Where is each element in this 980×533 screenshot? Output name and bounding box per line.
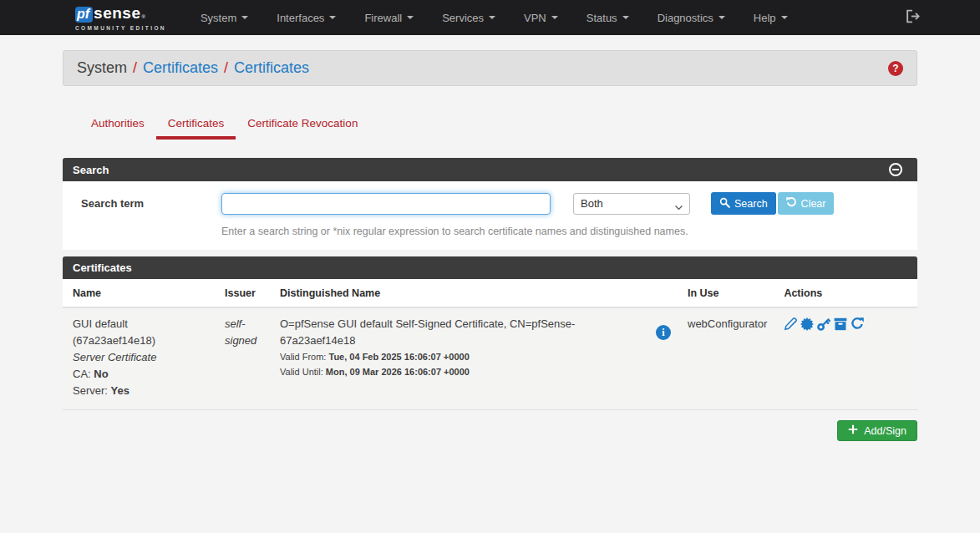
caret-down-icon <box>407 16 414 19</box>
cert-name: GUI default (67a23aef14e18) <box>73 316 208 349</box>
menu-item-status[interactable]: Status <box>572 0 643 35</box>
logo-wordmark: sense <box>94 5 140 21</box>
search-scope-select[interactable]: Both <box>573 193 690 215</box>
column-header-distinguished-name: Distinguished Name <box>272 279 679 307</box>
column-header-in-use: In Use <box>679 279 775 307</box>
certificates-panel-header: Certificates <box>63 256 917 279</box>
breadcrumb-link-certificates-page[interactable]: Certificates <box>234 59 309 77</box>
certificates-panel: Certificates Name Issuer Distinguished N… <box>63 256 917 410</box>
logo-pf-badge: pf <box>75 7 93 23</box>
caret-down-icon <box>329 16 336 19</box>
caret-down-icon <box>551 16 558 19</box>
column-header-actions: Actions <box>775 279 917 307</box>
breadcrumb: System / Certificates / Certificates ? <box>63 50 917 86</box>
cert-dn-text: O=pfSense GUI default Self-Signed Certif… <box>280 316 644 349</box>
breadcrumb-separator: / <box>224 59 228 77</box>
export-pkcs12-button archive-icon[interactable] <box>834 317 847 331</box>
help-icon[interactable]: ? <box>888 61 903 76</box>
cert-name-cell: GUI default (67a23aef14e18) Server Certi… <box>63 307 216 410</box>
caret-down-icon <box>241 16 248 19</box>
ca-label: CA: <box>73 368 91 380</box>
breadcrumb-link-certificates[interactable]: Certificates <box>143 59 218 77</box>
column-header-name: Name <box>63 279 216 307</box>
search-panel-title: Search <box>73 164 109 176</box>
ca-value: No <box>94 368 108 380</box>
menu-item-help[interactable]: Help <box>739 0 802 35</box>
menu-item-firewall[interactable]: Firewall <box>350 0 428 35</box>
search-panel: Search Search term Both <box>63 158 917 250</box>
logout-button[interactable] <box>906 9 920 27</box>
search-input[interactable] <box>221 193 551 215</box>
caret-down-icon <box>718 16 725 19</box>
add-sign-button[interactable]: Add/Sign <box>837 420 917 441</box>
server-value: Yes <box>111 384 129 397</box>
tab-bar: Authorities Certificates Certificate Rev… <box>63 110 917 140</box>
top-navbar: pfsense® COMMUNITY EDITION System Interf… <box>0 0 980 35</box>
search-button[interactable]: Search <box>711 192 776 215</box>
cert-dn-cell: O=pfSense GUI default Self-Signed Certif… <box>272 307 679 410</box>
pfsense-logo[interactable]: pfsense® COMMUNITY EDITION <box>75 5 166 31</box>
certificates-panel-title: Certificates <box>73 261 132 274</box>
caret-down-icon <box>489 16 495 19</box>
certificates-table: Name Issuer Distinguished Name In Use Ac… <box>63 279 917 410</box>
cert-issuer-cell: self-signed <box>216 307 272 410</box>
caret-down-icon <box>622 16 629 19</box>
logo-edition-label: COMMUNITY EDITION <box>75 25 166 31</box>
sign-out-icon <box>906 9 920 27</box>
tab-certificate-revocation[interactable]: Certificate Revocation <box>236 110 369 140</box>
valid-until-label: Valid Until: <box>280 367 323 377</box>
menu-item-diagnostics[interactable]: Diagnostics <box>643 0 739 35</box>
valid-from-value: Tue, 04 Feb 2025 16:06:07 +0000 <box>328 352 469 362</box>
menu-item-services[interactable]: Services <box>428 0 510 35</box>
info-icon[interactable]: i <box>656 325 671 340</box>
search-icon <box>719 197 730 211</box>
valid-until-value: Mon, 09 Mar 2026 16:06:07 +0000 <box>326 367 470 377</box>
search-hint-text: Enter a search string or *nix regular ex… <box>221 226 917 237</box>
menu-item-system[interactable]: System <box>186 0 262 35</box>
renew-certificate-button repeat-icon[interactable] <box>851 317 864 331</box>
menu-item-interfaces[interactable]: Interfaces <box>262 0 350 35</box>
undo-icon <box>786 197 797 211</box>
edit-certificate-button pencil-icon[interactable] <box>784 317 797 331</box>
menu-item-vpn[interactable]: VPN <box>510 0 572 35</box>
clear-button[interactable]: Clear <box>778 192 835 215</box>
tab-authorities[interactable]: Authorities <box>79 110 156 140</box>
server-label: Server: <box>73 384 108 397</box>
valid-from-label: Valid From: <box>280 352 326 362</box>
table-row: GUI default (67a23aef14e18) Server Certi… <box>63 307 917 410</box>
collapse-panel-icon[interactable] <box>889 163 902 176</box>
cert-type: Server Certificate <box>73 349 208 366</box>
search-panel-header: Search <box>63 158 917 181</box>
tab-certificates[interactable]: Certificates <box>156 110 236 140</box>
registered-mark: ® <box>141 14 145 19</box>
caret-down-icon <box>781 16 788 19</box>
search-term-label: Search term <box>63 197 221 210</box>
search-scope-select-wrap: Both <box>573 193 690 215</box>
breadcrumb-section: System <box>77 59 127 77</box>
breadcrumb-separator: / <box>133 59 137 77</box>
export-key-button key-icon[interactable] <box>817 317 830 331</box>
column-header-issuer: Issuer <box>216 279 272 307</box>
export-certificate-button certificate-icon[interactable] <box>800 317 814 331</box>
cert-actions-cell <box>775 307 917 410</box>
cert-in-use-cell: webConfigurator <box>679 307 775 410</box>
main-menu: System Interfaces Firewall Services VPN … <box>186 0 802 35</box>
plus-icon <box>848 424 858 437</box>
